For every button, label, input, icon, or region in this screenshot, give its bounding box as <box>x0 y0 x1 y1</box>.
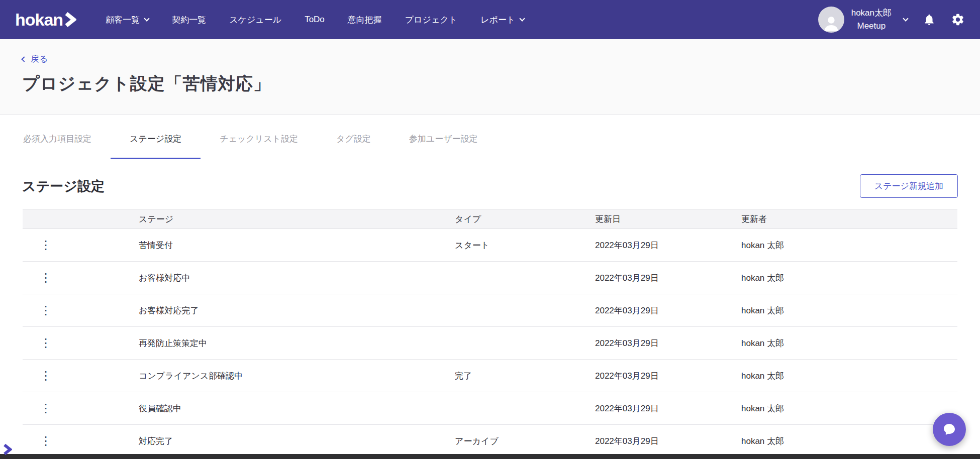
row-menu-cell: ⋮ <box>23 239 139 252</box>
user-text: hokan太郎 Meetup <box>851 7 892 33</box>
row-menu-icon[interactable]: ⋮ <box>40 401 52 415</box>
updater-cell: hokan 太郎 <box>741 272 957 284</box>
nav-item-意向把握[interactable]: 意向把握 <box>348 14 382 26</box>
chat-bubble-icon <box>941 421 957 437</box>
chevron-down-icon <box>144 16 149 21</box>
table-body: ⋮苦情受付スタート2022年03月29日hokan 太郎⋮お客様対応中2022年… <box>23 229 957 457</box>
row-menu-cell: ⋮ <box>23 370 139 382</box>
tab-bar: 必須入力項目設定ステージ設定チェックリスト設定タグ設定参加ユーザー設定 <box>0 115 980 159</box>
row-menu-cell: ⋮ <box>23 402 139 415</box>
logo-text: hokan <box>15 10 63 30</box>
updated-cell: 2022年03月29日 <box>595 240 741 251</box>
settings-button[interactable] <box>951 13 965 27</box>
nav-item-label: 意向把握 <box>348 14 382 26</box>
section-heading-row: ステージ設定 ステージ新規追加 <box>0 159 980 209</box>
table-row: ⋮苦情受付スタート2022年03月29日hokan 太郎 <box>23 229 957 262</box>
column-header: 更新日 <box>595 213 741 225</box>
updated-cell: 2022年03月29日 <box>595 403 741 414</box>
tab-必須入力項目設定[interactable]: 必須入力項目設定 <box>22 133 111 159</box>
table-header: ステージタイプ更新日更新者 <box>23 209 957 229</box>
hokan-logo[interactable]: hokan <box>15 10 76 30</box>
nav-item-label: ToDo <box>305 15 325 25</box>
column-header: 更新者 <box>741 213 957 225</box>
nav-item-プロジェクト[interactable]: プロジェクト <box>405 14 457 26</box>
back-link[interactable]: 戻る <box>22 53 48 65</box>
type-cell: 完了 <box>455 370 595 382</box>
back-label: 戻る <box>31 53 48 65</box>
table-row: ⋮お客様対応完了2022年03月29日hokan 太郎 <box>23 294 957 327</box>
updated-cell: 2022年03月29日 <box>595 337 741 349</box>
type-cell: アーカイブ <box>455 435 595 447</box>
column-header: タイプ <box>455 213 595 225</box>
main-nav: 顧客一覧契約一覧スケジュールToDo意向把握プロジェクトレポート <box>106 14 524 26</box>
table-row: ⋮再発防止策策定中2022年03月29日hokan 太郎 <box>23 327 957 360</box>
row-menu-icon[interactable]: ⋮ <box>40 271 52 284</box>
chevron-down-icon <box>520 16 525 21</box>
row-menu-icon[interactable]: ⋮ <box>40 369 52 382</box>
gear-icon <box>951 13 965 27</box>
stage-cell: 役員確認中 <box>139 403 455 414</box>
table-row: ⋮対応完了アーカイブ2022年03月29日hokan 太郎 <box>23 425 957 457</box>
updater-cell: hokan 太郎 <box>741 240 957 251</box>
stage-cell: コンプライアンス部確認中 <box>139 370 455 382</box>
stage-table: ステージタイプ更新日更新者 ⋮苦情受付スタート2022年03月29日hokan … <box>23 209 957 457</box>
user-menu[interactable]: hokan太郎 Meetup <box>818 7 908 33</box>
chevron-left-icon <box>21 56 27 62</box>
bottom-edge-bar <box>0 454 980 459</box>
updater-cell: hokan 太郎 <box>741 370 957 382</box>
stage-cell: お客様対応完了 <box>139 305 455 316</box>
table-row: ⋮コンプライアンス部確認中完了2022年03月29日hokan 太郎 <box>23 360 957 392</box>
updated-cell: 2022年03月29日 <box>595 435 741 447</box>
nav-item-スケジュール[interactable]: スケジュール <box>229 14 281 26</box>
updater-cell: hokan 太郎 <box>741 403 957 414</box>
updater-cell: hokan 太郎 <box>741 435 957 447</box>
user-name: hokan太郎 <box>851 7 892 20</box>
tab-タグ設定[interactable]: タグ設定 <box>317 133 390 159</box>
chat-widget-button[interactable] <box>933 413 966 446</box>
updated-cell: 2022年03月29日 <box>595 370 741 382</box>
updater-cell: hokan 太郎 <box>741 305 957 316</box>
nav-item-label: レポート <box>480 14 515 26</box>
avatar <box>818 7 844 33</box>
page-title: プロジェクト設定「苦情対応」 <box>22 72 958 95</box>
row-menu-cell: ⋮ <box>23 435 139 447</box>
row-menu-cell: ⋮ <box>23 272 139 284</box>
row-menu-cell: ⋮ <box>23 337 139 350</box>
nav-item-label: 契約一覧 <box>172 14 206 26</box>
row-menu-icon[interactable]: ⋮ <box>40 336 52 350</box>
nav-item-顧客一覧[interactable]: 顧客一覧 <box>106 14 149 26</box>
stage-cell: お客様対応中 <box>139 272 455 284</box>
stage-cell: 再発防止策策定中 <box>139 337 455 349</box>
nav-item-契約一覧[interactable]: 契約一覧 <box>172 14 206 26</box>
row-menu-cell: ⋮ <box>23 304 139 317</box>
updated-cell: 2022年03月29日 <box>595 272 741 284</box>
top-navbar: hokan 顧客一覧契約一覧スケジュールToDo意向把握プロジェクトレポート h… <box>0 0 980 39</box>
add-stage-button[interactable]: ステージ新規追加 <box>860 174 958 198</box>
page-header: 戻る プロジェクト設定「苦情対応」 <box>0 39 980 115</box>
row-menu-icon[interactable]: ⋮ <box>40 238 52 252</box>
column-header: ステージ <box>139 213 455 225</box>
person-icon <box>821 13 841 33</box>
row-menu-icon[interactable]: ⋮ <box>40 434 52 447</box>
topbar-right: hokan太郎 Meetup <box>818 7 965 33</box>
nav-item-レポート[interactable]: レポート <box>480 14 524 26</box>
table-row: ⋮役員確認中2022年03月29日hokan 太郎 <box>23 392 957 425</box>
nav-item-label: 顧客一覧 <box>106 14 140 26</box>
nav-item-ToDo[interactable]: ToDo <box>305 15 325 25</box>
logo-arrow-icon <box>64 12 76 28</box>
updater-cell: hokan 太郎 <box>741 337 957 349</box>
type-cell: スタート <box>455 240 595 251</box>
stage-cell: 対応完了 <box>139 435 455 447</box>
tab-参加ユーザー設定[interactable]: 参加ユーザー設定 <box>390 133 497 159</box>
chevron-down-icon <box>903 16 908 21</box>
app-window: hokan 顧客一覧契約一覧スケジュールToDo意向把握プロジェクトレポート h… <box>0 0 980 459</box>
tab-チェックリスト設定[interactable]: チェックリスト設定 <box>201 133 317 159</box>
tab-ステージ設定[interactable]: ステージ設定 <box>111 133 201 159</box>
section-title: ステージ設定 <box>22 177 105 195</box>
nav-item-label: プロジェクト <box>405 14 457 26</box>
row-menu-icon[interactable]: ⋮ <box>40 303 52 317</box>
notifications-button[interactable] <box>923 13 936 26</box>
bell-icon <box>923 13 936 26</box>
table-row: ⋮お客様対応中2022年03月29日hokan 太郎 <box>23 262 957 294</box>
user-org: Meetup <box>857 20 886 33</box>
